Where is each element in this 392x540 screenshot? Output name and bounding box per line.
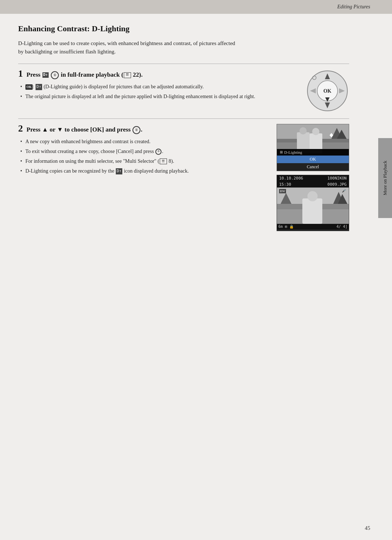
svg-text:OK: OK	[323, 88, 331, 94]
playback-right-icons: 🎤	[342, 189, 346, 193]
ok-circle-small-1: ®	[155, 149, 162, 155]
playback-info-time: 15:30 0009.JPG	[277, 181, 349, 188]
book-ref-22: ☷	[124, 72, 131, 78]
step-1-right: OK	[306, 69, 349, 113]
step-1-bullets: OK: D↑ (D-Lighting guide) is displayed f…	[18, 83, 298, 100]
d-lighting-icon-copy: D↑	[116, 168, 122, 174]
step-1-number: 1	[18, 69, 23, 78]
playback-bottom-icons: 6m ⊞ 🔒	[278, 225, 294, 229]
playback-photo-svg	[277, 188, 349, 224]
step-2-bullets: A new copy with enhanced brightness and …	[18, 138, 269, 175]
ok-inline-icon: OK	[25, 84, 33, 90]
top-bar: Editing Pictures	[0, 0, 392, 14]
step-1-left: 1 Press D↑ ® in full-frame playback (☷ 2…	[18, 69, 298, 113]
playback-folder: 100NIKON	[327, 176, 347, 181]
playback-sound-icon: 🎤	[342, 189, 346, 193]
step-2-bullet-2: To exit without creating a new copy, cho…	[20, 148, 269, 155]
ok-circle-icon-2: ®	[132, 126, 140, 134]
right-tab: More on Playback	[378, 138, 392, 218]
svg-rect-24	[302, 198, 322, 224]
ok-circle-icon-1: ®	[51, 71, 59, 79]
playback-counter: 4/ 4]	[336, 225, 347, 229]
svg-point-25	[307, 191, 318, 201]
menu-d-lighting-label: ⊞ D-Lighting	[277, 149, 349, 156]
playback-time: 15:30	[279, 182, 291, 187]
page-title: Enhancing Contrast: D-Lighting	[18, 24, 349, 33]
playback-top-icons: BW	[279, 189, 286, 193]
d-lighting-press-icon: D↑	[42, 72, 49, 77]
d-lighting-icon-sm: D↑	[36, 84, 42, 90]
camera-dpad-diagram: OK	[306, 69, 349, 113]
menu-overlay: ⊞ D-Lighting OK Cancel	[277, 149, 349, 171]
step-2-bullet-4: D-Lighting copies can be recognized by t…	[20, 167, 269, 175]
menu-icon: ⊞	[280, 150, 283, 154]
playback-info-top: 10.10.2006 100NIKON	[277, 175, 349, 181]
step-2-bullet-3: For information on using the multi selec…	[20, 157, 269, 165]
step-2-left: 2 Press ▲ or ▼ to choose [OK] and press …	[18, 124, 269, 231]
playback-icon-bw: BW	[279, 189, 286, 193]
intro-paragraph: D-Lighting can be used to create copies,…	[18, 39, 236, 56]
step-1-header: 1 Press D↑ ® in full-frame playback (☷ 2…	[18, 69, 298, 79]
book-ref-8: ☷	[160, 158, 167, 164]
page-number: 45	[365, 525, 370, 531]
menu-cancel-item: Cancel	[277, 163, 349, 171]
svg-point-15	[299, 127, 307, 134]
playback-file: 0009.JPG	[327, 182, 347, 187]
step-2-right: ⊞ D-Lighting OK Cancel 10.10.2006 100NIK	[277, 124, 349, 231]
step-1-bullet-2: The original picture is displayed at lef…	[20, 93, 298, 100]
playback-screenshot: 10.10.2006 100NIKON 15:30 0009.JPG	[277, 175, 349, 231]
playback-date: 10.10.2006	[279, 176, 303, 181]
step-1-bullet-1: OK: D↑ (D-Lighting guide) is displayed f…	[20, 83, 298, 90]
playback-dl-icon: ⊞	[285, 225, 287, 229]
step-1-title: Press D↑ ® in full-frame playback (☷ 22)…	[26, 71, 143, 79]
step-1-section: 1 Press D↑ ® in full-frame playback (☷ 2…	[18, 64, 349, 116]
step-2-header: 2 Press ▲ or ▼ to choose [OK] and press …	[18, 124, 269, 134]
playback-photo: BW 🎤	[277, 188, 349, 224]
playback-lock-icon: 🔒	[289, 225, 294, 229]
section-title: Editing Pictures	[337, 4, 370, 10]
svg-point-17	[312, 128, 319, 135]
menu-screenshot: ⊞ D-Lighting OK Cancel	[277, 124, 349, 171]
playback-bottom-bar: 6m ⊞ 🔒 4/ 4]	[277, 224, 349, 229]
right-tab-label: More on Playback	[382, 161, 388, 195]
step-2-title: Press ▲ or ▼ to choose [OK] and press ®.	[26, 126, 142, 134]
step-2-number: 2	[18, 124, 23, 133]
menu-ok-item: OK	[277, 156, 349, 163]
step-2-section: 2 Press ▲ or ▼ to choose [OK] and press …	[18, 118, 349, 235]
step-2-bullet-1: A new copy with enhanced brightness and …	[20, 138, 269, 145]
main-content: Enhancing Contrast: D-Lighting D-Lightin…	[0, 14, 378, 247]
playback-bm-icon: 6m	[278, 225, 283, 229]
